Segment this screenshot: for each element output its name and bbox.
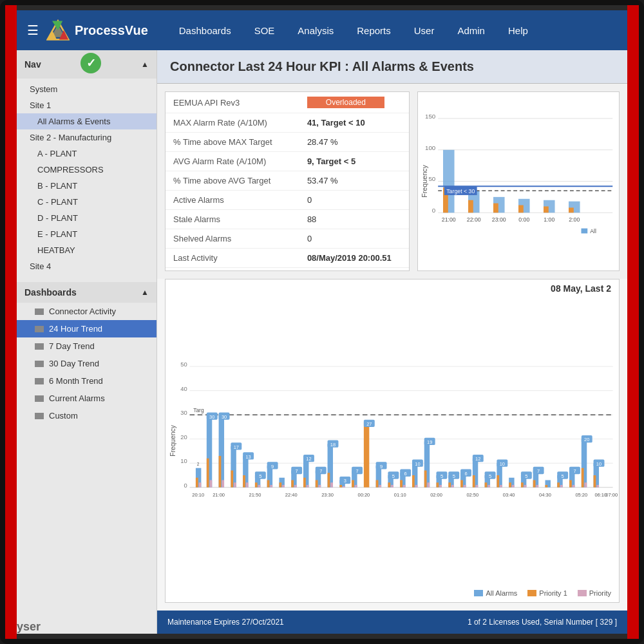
nav-user[interactable]: User: [404, 20, 445, 41]
nav-reports[interactable]: Reports: [346, 20, 401, 41]
svg-rect-188: [536, 485, 538, 488]
sidebar-item-d-plant[interactable]: D - PLANT: [17, 210, 156, 226]
dash-custom[interactable]: Custom: [17, 407, 156, 424]
dashboards-chevron-up: ▲: [141, 288, 149, 297]
svg-rect-195: [560, 485, 563, 488]
dash-7day-trend[interactable]: 7 Day Trend: [17, 337, 156, 355]
svg-rect-23: [518, 205, 524, 213]
dash-current-alarms[interactable]: Current Alarms: [17, 390, 156, 407]
kpi-row-3-label: % Time above AVG Target: [166, 171, 299, 191]
svg-text:04:30: 04:30: [539, 492, 551, 498]
sidebar-item-heatbay[interactable]: HEATBAY: [17, 242, 156, 258]
svg-rect-88: [279, 482, 281, 488]
sidebar-item-a-plant[interactable]: A - PLANT: [17, 146, 156, 162]
legend-swatch-all: [474, 590, 483, 596]
nav-help[interactable]: Help: [498, 20, 538, 41]
kpi-row-1-label: % Time above MAX Target: [166, 133, 299, 152]
bottom-corner-text: yser: [17, 620, 41, 634]
svg-text:30: 30: [222, 414, 227, 420]
svg-text:2: 2: [197, 462, 200, 466]
sidebar-item-site1[interactable]: Site 1: [17, 97, 156, 113]
svg-rect-69: [234, 482, 236, 488]
svg-rect-144: [424, 470, 427, 487]
red-accent-left: [5, 5, 17, 639]
dashboards-section: Dashboards ▲ Connector Activity 24 Hour …: [17, 282, 156, 424]
svg-text:0: 0: [184, 482, 187, 489]
svg-text:10: 10: [415, 461, 420, 467]
svg-rect-149: [437, 482, 439, 488]
content-panel: Connector Last 24 Hour KPI : All Alarms …: [157, 50, 627, 634]
svg-text:12: 12: [306, 456, 311, 462]
logo-text: ProcessVue: [75, 23, 148, 38]
dash-connector-activity[interactable]: Connector Activity: [17, 303, 156, 320]
kpi-row-1-value: 28.47 %: [299, 133, 409, 152]
svg-rect-174: [497, 475, 499, 488]
sidebar-item-all-alarms[interactable]: All Alarms & Events: [17, 113, 156, 129]
sidebar-item-e-plant[interactable]: E - PLANT: [17, 226, 156, 242]
svg-text:6: 6: [464, 471, 467, 477]
footer-maintenance: Maintenance Expires 27/Oct/2021: [167, 618, 284, 627]
logo-icon: [46, 19, 70, 42]
sidebar-item-b-plant[interactable]: B - PLANT: [17, 178, 156, 194]
svg-text:03:40: 03:40: [503, 492, 515, 498]
sidebar-item-system[interactable]: System: [17, 81, 156, 97]
svg-rect-192: [545, 485, 547, 488]
red-accent-right: [627, 5, 639, 639]
svg-rect-187: [533, 480, 536, 488]
svg-text:Frequency: Frequency: [169, 424, 176, 457]
svg-text:9: 9: [380, 464, 383, 469]
svg-text:5: 5: [392, 473, 395, 479]
nav-tree: System Site 1 All Alarms & Events Site 2…: [17, 79, 156, 277]
svg-text:23:30: 23:30: [321, 492, 334, 498]
svg-text:10: 10: [596, 461, 601, 467]
svg-rect-63: [219, 456, 222, 488]
page-title: Connector Last 24 Hour KPI : All Alarms …: [157, 50, 627, 84]
svg-text:19: 19: [427, 439, 432, 445]
svg-rect-194: [557, 482, 560, 488]
kpi-row-0-value: 41, Target < 10: [299, 113, 409, 133]
svg-rect-79: [258, 485, 261, 488]
kpi-row-7-value: 08/May/2019 20:00.51: [299, 249, 409, 268]
custom-icon: [35, 413, 44, 419]
kpi-row-7-label: Last Activity: [166, 249, 299, 268]
svg-text:20:10: 20:10: [192, 492, 204, 498]
svg-text:02:50: 02:50: [466, 492, 478, 498]
nav-dashboards[interactable]: Dashboards: [169, 20, 242, 41]
legend-priority1: Priority 1: [527, 589, 567, 597]
nav-section-header[interactable]: Nav ✓ ▲: [17, 50, 156, 79]
svg-rect-204: [582, 468, 584, 488]
dashboards-section-header[interactable]: Dashboards ▲: [17, 282, 156, 303]
svg-text:50: 50: [180, 361, 187, 368]
topnav: ☰ ProcessVue Dashboards SOE Analysis Rep…: [17, 10, 627, 50]
nav-admin[interactable]: Admin: [447, 20, 495, 41]
sidebar-item-site4[interactable]: Site 4: [17, 258, 156, 274]
svg-text:7: 7: [537, 468, 540, 474]
svg-rect-182: [521, 482, 524, 488]
svg-rect-170: [488, 485, 490, 488]
sidebar-item-c-plant[interactable]: C - PLANT: [17, 194, 156, 210]
sidebar-item-compressors[interactable]: COMPRESSORS: [17, 162, 156, 178]
trend-title: 08 May, Last 2: [166, 279, 619, 295]
svg-rect-97: [307, 485, 309, 488]
kpi-row-6-value: 0: [299, 229, 409, 249]
dash-6month-trend[interactable]: 6 Month Trend: [17, 372, 156, 390]
svg-rect-73: [243, 475, 245, 488]
svg-rect-145: [427, 482, 430, 488]
dash-30day-trend[interactable]: 30 Day Trend: [17, 355, 156, 372]
svg-rect-129: [388, 482, 390, 488]
7day-trend-icon: [35, 343, 44, 350]
nav-analysis[interactable]: Analysis: [287, 20, 344, 41]
overloaded-badge: Overloaded: [307, 97, 384, 108]
sidebar-item-site2[interactable]: Site 2 - Manufacturing: [17, 129, 156, 146]
kpi-row-0-label: MAX Alarm Rate (A/10M): [166, 113, 299, 133]
svg-text:00:20: 00:20: [357, 492, 370, 498]
svg-text:10: 10: [500, 461, 505, 467]
nav-soe[interactable]: SOE: [244, 20, 285, 41]
svg-rect-130: [391, 485, 393, 488]
dash-24hr-trend[interactable]: 24 Hour Trend: [17, 320, 156, 337]
svg-text:30: 30: [209, 414, 214, 420]
svg-rect-150: [439, 485, 442, 488]
hamburger-icon[interactable]: ☰: [27, 23, 39, 38]
svg-rect-164: [473, 475, 475, 488]
svg-text:21:00: 21:00: [213, 492, 225, 498]
